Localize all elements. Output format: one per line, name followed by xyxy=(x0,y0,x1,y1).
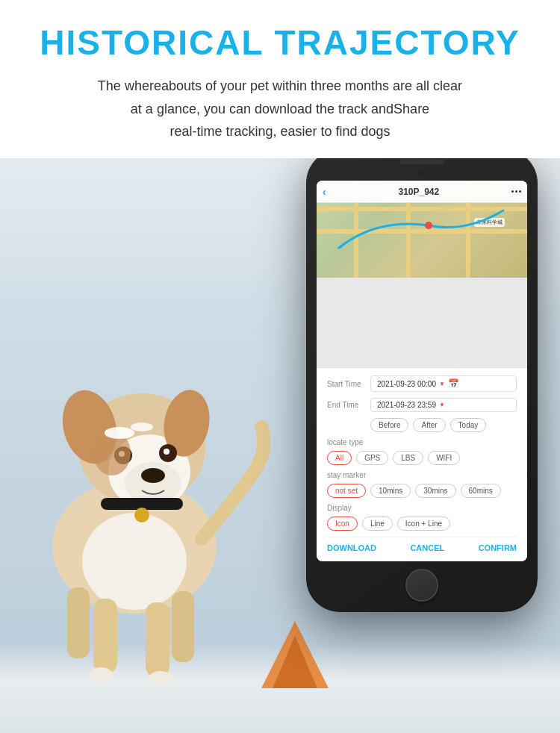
locate-wifi-button[interactable]: WIFI xyxy=(428,451,460,465)
phone-topbar: ‹ 310P_942 xyxy=(317,181,527,203)
display-row: Icon Line Icon + Line xyxy=(327,517,517,531)
end-time-input[interactable]: 2021-09-23 23:59 ▼ xyxy=(370,398,517,412)
filter-panel: Start Time 2021-09-23 00:00 ▼ 📅 End Time… xyxy=(317,367,527,561)
svg-rect-16 xyxy=(172,591,194,662)
phone-outer: 晶平新城滨河森林公园 未来科学城 🌐 ‹ 310P_942 xyxy=(306,149,538,612)
end-time-row: End Time 2021-09-23 23:59 ▼ xyxy=(327,398,517,412)
locate-lbs-button[interactable]: LBS xyxy=(393,451,423,465)
device-title: 310P_942 xyxy=(398,187,439,197)
svg-point-1 xyxy=(82,513,187,610)
phone-speaker xyxy=(399,160,444,164)
locate-type-group: All GPS LBS WIFI xyxy=(327,451,517,465)
locate-gps-button[interactable]: GPS xyxy=(356,451,388,465)
start-time-row: Start Time 2021-09-23 00:00 ▼ 📅 xyxy=(327,375,517,392)
before-button[interactable]: Before xyxy=(370,418,408,432)
quick-buttons-group: Before After Today xyxy=(370,418,517,432)
end-time-dropdown-icon[interactable]: ▼ xyxy=(439,402,445,408)
svg-point-11 xyxy=(164,449,169,455)
home-button[interactable] xyxy=(405,569,438,602)
scene-area: 晶平新城滨河森林公园 未来科学城 🌐 ‹ 310P_942 xyxy=(0,134,560,733)
subtitle-text: The whereabouts of your pet within three… xyxy=(30,75,530,143)
svg-rect-13 xyxy=(93,599,117,673)
quick-select-row: Before After Today xyxy=(327,418,517,432)
locate-type-label: locate type xyxy=(327,438,517,446)
svg-point-20 xyxy=(131,422,153,431)
back-button[interactable]: ‹ xyxy=(323,186,326,198)
svg-rect-14 xyxy=(146,602,169,677)
stay-30mins-button[interactable]: 30mins xyxy=(415,484,455,498)
stay-marker-group: not set 10mins 30mins 60mins xyxy=(327,484,517,498)
download-button[interactable]: DOWNLOAD xyxy=(327,543,376,552)
start-time-label: Start Time xyxy=(327,380,370,388)
svg-point-21 xyxy=(89,667,113,682)
today-button[interactable]: Today xyxy=(450,418,487,432)
locate-type-row: All GPS LBS WIFI xyxy=(327,451,517,465)
display-line-button[interactable]: Line xyxy=(362,517,393,531)
panel-footer: DOWNLOAD CANCEL CONFIRM xyxy=(327,537,517,552)
stay-60mins-button[interactable]: 60mins xyxy=(461,484,501,498)
svg-point-22 xyxy=(149,671,172,686)
end-time-value: 2021-09-23 23:59 xyxy=(377,401,436,409)
stay-10mins-button[interactable]: 10mins xyxy=(370,484,411,498)
phone-camera xyxy=(419,170,425,176)
end-time-label: End Time xyxy=(327,401,370,409)
locate-all-button[interactable]: All xyxy=(327,451,352,465)
display-label: Display xyxy=(327,504,517,512)
page-title: HISTORICAL TRAJECTORY xyxy=(30,22,530,63)
start-time-input[interactable]: 2021-09-23 00:00 ▼ 📅 xyxy=(370,375,517,392)
display-iconline-button[interactable]: Icon + Line xyxy=(397,517,450,531)
svg-point-7 xyxy=(141,468,165,483)
svg-point-19 xyxy=(105,427,134,439)
svg-point-18 xyxy=(134,508,149,523)
display-icon-button[interactable]: Icon xyxy=(327,517,358,531)
stay-notset-button[interactable]: not set xyxy=(327,484,366,498)
display-group: Icon Line Icon + Line xyxy=(327,517,517,531)
start-time-dropdown-icon[interactable]: ▼ xyxy=(439,381,445,387)
confirm-button[interactable]: CONFIRM xyxy=(479,543,517,552)
start-time-calendar-icon[interactable]: 📅 xyxy=(448,378,459,389)
start-time-value: 2021-09-23 00:00 xyxy=(377,380,436,388)
menu-button[interactable] xyxy=(511,190,521,193)
header-section: HISTORICAL TRAJECTORY The whereabouts of… xyxy=(0,0,560,158)
after-button[interactable]: After xyxy=(413,418,445,432)
phone-screen: 晶平新城滨河森林公园 未来科学城 🌐 ‹ 310P_942 xyxy=(317,181,527,561)
cancel-button[interactable]: CANCEL xyxy=(410,543,444,552)
phone-device: 晶平新城滨河森林公园 未来科学城 🌐 ‹ 310P_942 xyxy=(306,149,538,612)
tent-area xyxy=(261,614,329,688)
stay-marker-label: stay marker xyxy=(327,471,517,479)
stay-marker-row: not set 10mins 30mins 60mins xyxy=(327,484,517,498)
svg-point-25 xyxy=(425,222,432,229)
svg-rect-15 xyxy=(67,587,90,658)
